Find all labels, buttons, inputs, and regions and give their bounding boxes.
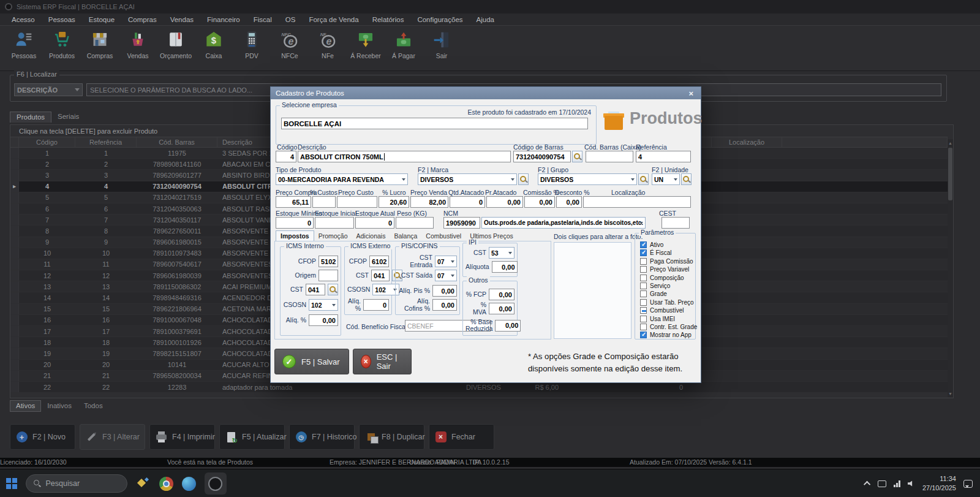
toolbar-a-pagar[interactable]: Á Pagar <box>385 29 423 59</box>
param-checkbox[interactable]: Usa IMEI <box>640 315 675 323</box>
toolbar-compras[interactable]: Compras <box>81 29 119 59</box>
menu-item[interactable]: Relatórios <box>366 16 411 23</box>
duplicar-button[interactable]: F8 | Duplicar <box>359 424 424 450</box>
menu-item[interactable]: Estoque <box>82 16 121 23</box>
menu-item[interactable]: Pessoas <box>42 16 82 23</box>
chrome-icon[interactable] <box>159 477 173 491</box>
custos-input[interactable] <box>312 196 336 208</box>
param-checkbox[interactable]: Combustível <box>640 306 684 314</box>
salvar-button[interactable]: ✓ F5 | Salvar <box>274 349 349 374</box>
toolbar-nfe[interactable]: NFe NFe <box>309 29 347 59</box>
dialog-tab[interactable]: Impostos <box>276 230 314 241</box>
volume-tray-icon[interactable] <box>908 480 915 487</box>
menu-item[interactable]: OS <box>279 16 303 23</box>
atualizar-button[interactable]: F5 | Atualizar <box>219 424 285 450</box>
param-checkbox[interactable]: Grade <box>640 290 667 298</box>
dialog-tab[interactable]: Adicionais <box>352 231 390 241</box>
pis-entrada-select[interactable]: 07 <box>435 256 457 267</box>
alterar-button[interactable]: F3 | Alterar <box>80 424 145 450</box>
toolbar-orcamento[interactable]: Orçamento <box>157 29 195 59</box>
preco-compra-input[interactable]: 65,11 <box>276 196 311 208</box>
toolbar-nfce[interactable]: NFCe NFCe <box>271 29 309 59</box>
icms-int-origem-input[interactable] <box>318 270 338 281</box>
toolbar-pessoas[interactable]: Pessoas <box>5 29 43 59</box>
menu-item[interactable]: Vendas <box>164 16 200 23</box>
referencia-input[interactable]: 4 <box>636 151 691 162</box>
ipi-aliquota-input[interactable]: 0,00 <box>492 261 518 273</box>
mva-input[interactable]: 0,00 <box>489 303 514 314</box>
lucro-input[interactable]: 20,60 <box>379 196 409 208</box>
list-tab[interactable]: Seriais <box>51 112 85 123</box>
peso-input[interactable] <box>396 217 434 229</box>
browser-icon[interactable] <box>182 477 196 491</box>
cest-input[interactable] <box>662 217 690 229</box>
aliq-cofins-input[interactable]: 0,00 <box>432 299 457 311</box>
pis-saida-select[interactable]: 07 <box>435 270 457 281</box>
desconto-input[interactable]: 0,00 <box>556 196 582 208</box>
sair-button[interactable]: × ESC | Sair <box>353 349 412 374</box>
dialog-tab[interactable]: Promoção <box>314 231 352 241</box>
start-button[interactable] <box>6 478 17 489</box>
aliq-pis-input[interactable]: 0,00 <box>432 285 457 297</box>
network-tray-icon[interactable] <box>894 480 900 487</box>
dialog-tab[interactable]: Combustivel <box>421 231 466 241</box>
search-field-select[interactable]: DESCRIÇÃO <box>14 83 83 96</box>
dialog-close-icon[interactable]: × <box>686 89 696 98</box>
estoque-atual-input[interactable]: 0 <box>355 217 394 229</box>
list-tab[interactable]: Produtos <box>10 112 51 123</box>
marca-select[interactable]: DIVERSOS <box>418 173 517 185</box>
menu-item[interactable]: Ajuda <box>470 16 501 23</box>
grupo-select[interactable]: DIVERSOS <box>538 173 637 185</box>
imprimir-button[interactable]: F4 | Imprimir <box>149 424 215 450</box>
menu-item[interactable]: Financeiro <box>200 16 247 23</box>
filter-tab[interactable]: Inativos <box>41 400 78 412</box>
param-checkbox[interactable]: Ativo <box>640 241 663 249</box>
base-reduzida-input[interactable]: 0,00 <box>495 320 521 332</box>
ncm-input[interactable]: 19059090 <box>443 217 480 229</box>
qtd-atacado-input[interactable]: 0 <box>450 196 485 208</box>
param-checkbox[interactable]: Preço Variavel <box>640 265 689 273</box>
cod-barras-input[interactable]: 7312040090754 <box>513 151 571 162</box>
codigo-input[interactable]: 4 <box>276 151 296 162</box>
toolbar-vendas[interactable]: Vendas <box>119 29 157 59</box>
estoque-minimo-input[interactable]: 0 <box>276 217 314 229</box>
company-input[interactable]: BORCELLE AÇAI <box>281 118 588 129</box>
taskbar-search[interactable]: Pesquisar <box>26 474 127 493</box>
fcp-input[interactable]: 0,00 <box>489 289 514 300</box>
param-checkbox[interactable]: Contr. Est. Grade <box>640 323 697 331</box>
localizacao-input[interactable] <box>583 196 691 208</box>
product-photo-area[interactable] <box>554 242 631 339</box>
dialog-title-bar[interactable]: Cadastro de Produtos × <box>271 87 701 99</box>
tipo-produto-select[interactable]: 00-MERCADORIA PARA REVENDA <box>276 173 408 185</box>
param-checkbox[interactable]: Composição <box>640 274 684 282</box>
table-row[interactable]: 22 22 12283 adaptador para tomada DIVERS… <box>10 382 948 393</box>
icms-int-cst-input[interactable]: 041 <box>306 284 325 295</box>
icms-ext-cfop-input[interactable]: 6102 <box>369 256 389 267</box>
barras-search-button[interactable] <box>572 151 582 162</box>
comissao-input[interactable]: 0,00 <box>524 196 555 208</box>
icms-int-aliq-input[interactable]: 0,00 <box>309 314 338 326</box>
col-localizacao[interactable]: Localização <box>712 137 782 147</box>
taskbar-clock[interactable]: 11:34 27/10/2025 <box>922 474 956 493</box>
tray-chevron-icon[interactable] <box>864 481 870 488</box>
menu-item[interactable]: Configurações <box>410 16 469 23</box>
param-checkbox[interactable]: Usar Tab. Preço <box>640 298 694 306</box>
display-tray-icon[interactable] <box>878 480 886 487</box>
marca-search-button[interactable] <box>518 173 529 185</box>
col-referencia[interactable]: Referência <box>75 137 137 147</box>
pr-atacado-input[interactable]: 0,00 <box>486 196 523 208</box>
icms-ext-cst-input[interactable]: 041 <box>371 270 390 281</box>
menu-item[interactable]: Força de Venda <box>302 16 365 23</box>
col-codigo[interactable]: Código <box>19 137 75 147</box>
estoque-inicial-input[interactable] <box>315 217 354 229</box>
preco-venda-input[interactable]: 82,00 <box>410 196 448 208</box>
icms-int-csosn-select[interactable]: 102 <box>309 299 338 311</box>
col-barras[interactable]: Cód. Barras <box>137 137 217 147</box>
historico-button[interactable]: ◷ F7 | Historico <box>289 424 355 450</box>
preco-custo-input[interactable] <box>337 196 377 208</box>
cst-search-button[interactable] <box>328 284 338 295</box>
unidade-search-button[interactable] <box>681 173 692 185</box>
ipi-cst-select[interactable]: 53 <box>489 247 514 259</box>
toolbar-sair[interactable]: Sair <box>423 29 461 59</box>
scroll-down-icon[interactable]: ▼ <box>948 390 953 397</box>
